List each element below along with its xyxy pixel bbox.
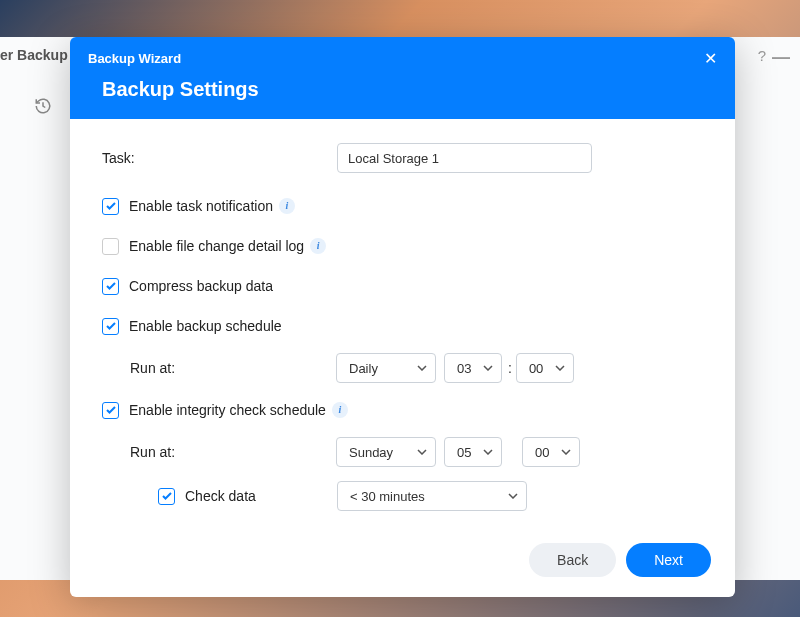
- close-button[interactable]: ✕: [704, 49, 717, 68]
- chevron-down-icon: [417, 365, 427, 371]
- chevron-down-icon: [555, 365, 565, 371]
- check-data-checkbox[interactable]: [158, 488, 175, 505]
- back-button[interactable]: Back: [529, 543, 616, 577]
- check-duration-select[interactable]: < 30 minutes: [337, 481, 527, 511]
- chevron-down-icon: [483, 365, 493, 371]
- enable-notification-checkbox[interactable]: [102, 198, 119, 215]
- history-icon[interactable]: [34, 97, 52, 119]
- compress-checkbox[interactable]: [102, 278, 119, 295]
- runat-label: Run at:: [130, 360, 337, 376]
- schedule-hour-select[interactable]: 03: [444, 353, 502, 383]
- compress-label: Compress backup data: [129, 278, 273, 294]
- chevron-down-icon: [483, 449, 493, 455]
- enable-notification-label: Enable task notification: [129, 198, 273, 214]
- enable-integrity-label: Enable integrity check schedule: [129, 402, 326, 418]
- modal-body: Task: Enable task notification i Enable …: [70, 119, 735, 527]
- info-icon[interactable]: i: [310, 238, 326, 254]
- parent-window-title: er Backup: [0, 47, 68, 63]
- next-button[interactable]: Next: [626, 543, 711, 577]
- page-title: Backup Settings: [102, 78, 717, 101]
- minimize-button[interactable]: —: [772, 47, 790, 68]
- time-colon: :: [508, 360, 512, 376]
- info-icon[interactable]: i: [279, 198, 295, 214]
- modal-footer: Back Next: [70, 527, 735, 597]
- schedule-minute-select[interactable]: 00: [516, 353, 574, 383]
- enable-schedule-checkbox[interactable]: [102, 318, 119, 335]
- chevron-down-icon: [561, 449, 571, 455]
- help-button[interactable]: ?: [758, 47, 766, 64]
- chevron-down-icon: [508, 493, 518, 499]
- wizard-label: Backup Wizard: [88, 51, 181, 66]
- integrity-hour-select[interactable]: 05: [444, 437, 502, 467]
- task-input[interactable]: [337, 143, 592, 173]
- enable-file-log-checkbox[interactable]: [102, 238, 119, 255]
- backup-wizard-modal: Backup Wizard ✕ Backup Settings Task: En…: [70, 37, 735, 597]
- enable-file-log-label: Enable file change detail log: [129, 238, 304, 254]
- modal-header: Backup Wizard ✕ Backup Settings: [70, 37, 735, 119]
- integrity-runat-label: Run at:: [130, 444, 337, 460]
- enable-integrity-checkbox[interactable]: [102, 402, 119, 419]
- chevron-down-icon: [417, 449, 427, 455]
- check-data-label: Check data: [185, 488, 337, 504]
- enable-schedule-label: Enable backup schedule: [129, 318, 282, 334]
- integrity-minute-select[interactable]: 00: [522, 437, 580, 467]
- schedule-freq-select[interactable]: Daily: [336, 353, 436, 383]
- integrity-day-select[interactable]: Sunday: [336, 437, 436, 467]
- info-icon[interactable]: i: [332, 402, 348, 418]
- task-label: Task:: [102, 150, 337, 166]
